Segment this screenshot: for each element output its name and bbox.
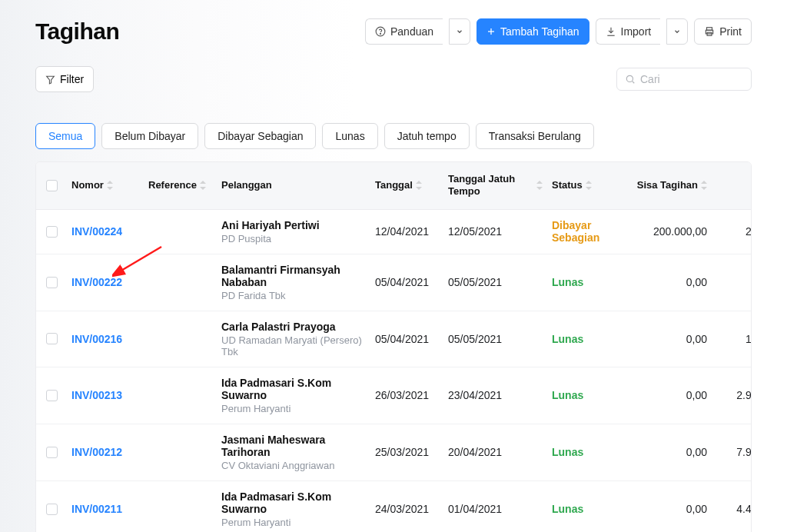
sort-icon: [107, 181, 113, 190]
import-button[interactable]: Import: [596, 18, 661, 45]
chevron-down-icon: [673, 28, 681, 35]
col-pelanggan[interactable]: Pelanggan: [217, 179, 370, 191]
search-input[interactable]: [640, 73, 743, 85]
svg-marker-11: [107, 187, 113, 190]
cell-sisa: 200.000,00: [632, 225, 716, 238]
tambah-tagihan-button[interactable]: Tambah Tagihan: [477, 18, 589, 45]
tambah-label: Tambah Tagihan: [500, 25, 579, 38]
invoice-number-link[interactable]: INV/00211: [71, 503, 122, 515]
col-status-label: Status: [552, 179, 583, 191]
tabs: SemuaBelum DibayarDibayar SebagianLunasJ…: [35, 123, 752, 149]
cell-total: 2.994.000,00: [716, 389, 752, 401]
col-reference[interactable]: Reference: [144, 179, 217, 191]
svg-marker-17: [536, 187, 543, 190]
import-dropdown[interactable]: [666, 18, 688, 45]
print-label: Print: [719, 25, 742, 38]
tab-dibayar-sebagian[interactable]: Dibayar Sebagian: [204, 123, 316, 149]
col-status[interactable]: Status: [547, 179, 632, 191]
header-actions: Panduan Tambah Tagihan Import: [365, 18, 752, 45]
sort-icon: [536, 181, 543, 190]
help-icon: [375, 26, 386, 37]
panduan-button[interactable]: Panduan: [365, 18, 443, 45]
filter-button[interactable]: Filter: [35, 66, 94, 92]
cell-total: 50.000,00: [716, 276, 752, 288]
cell-pelanggan: Carla Palastri PrayogaUD Ramadan Maryati…: [217, 321, 370, 357]
svg-marker-20: [701, 181, 707, 184]
col-sisa-label: Sisa Tagihan: [637, 179, 698, 191]
cell-status: Lunas: [547, 333, 632, 345]
tab-jatuh-tempo[interactable]: Jatuh tempo: [384, 123, 470, 149]
svg-marker-7: [47, 76, 55, 84]
cell-status: Lunas: [547, 276, 632, 288]
tab-transaksi-berulang[interactable]: Transaksi Berulang: [476, 123, 594, 149]
cell-pelanggan: Ida Padmasari S.Kom SuwarnoPerum Haryant…: [217, 490, 370, 528]
cell-pelanggan: Ani Hariyah PertiwiPD Puspita: [217, 219, 370, 244]
col-jatuh-tempo[interactable]: Tanggal Jatuh Tempo: [443, 173, 547, 198]
tab-lunas[interactable]: Lunas: [322, 123, 377, 149]
svg-marker-16: [536, 181, 543, 184]
cell-total: 250.000,00: [716, 225, 752, 238]
panduan-label: Panduan: [390, 25, 433, 38]
panduan-dropdown[interactable]: [449, 18, 470, 45]
invoice-number-link[interactable]: INV/00224: [71, 225, 122, 238]
invoice-number-link[interactable]: INV/00216: [71, 333, 122, 345]
cell-jatuh-tempo: 05/05/2021: [443, 276, 547, 288]
chevron-down-icon: [456, 28, 463, 35]
sort-icon: [200, 181, 206, 190]
invoice-number-link[interactable]: INV/00222: [71, 276, 122, 288]
search-input-wrap[interactable]: [616, 68, 752, 91]
select-all-checkbox[interactable]: [46, 180, 58, 191]
col-total[interactable]: Total: [716, 179, 752, 191]
col-tanggal-label: Tanggal: [375, 179, 413, 191]
import-label: Import: [621, 25, 652, 38]
table-row: INV/00211Ida Padmasari S.Kom SuwarnoPeru…: [36, 481, 751, 533]
cell-jatuh-tempo: 20/04/2021: [443, 446, 547, 458]
cell-status: Lunas: [547, 446, 632, 458]
invoice-number-link[interactable]: INV/00213: [71, 389, 122, 401]
svg-marker-18: [586, 181, 592, 184]
row-checkbox[interactable]: [46, 333, 58, 344]
table-row: INV/00216Carla Palastri PrayogaUD Ramada…: [36, 311, 751, 367]
table-header: Nomor Reference Pelanggan Tanggal Tangga…: [36, 162, 751, 210]
col-nomor[interactable]: Nomor: [67, 179, 144, 191]
svg-point-1: [380, 33, 381, 34]
svg-marker-21: [701, 187, 707, 190]
tab-belum-dibayar[interactable]: Belum Dibayar: [101, 123, 198, 149]
table-row: INV/00213Ida Padmasari S.Kom SuwarnoPeru…: [36, 367, 751, 424]
col-sisa[interactable]: Sisa Tagihan: [632, 179, 716, 191]
filter-label: Filter: [60, 73, 84, 85]
invoice-number-link[interactable]: INV/00212: [71, 446, 122, 458]
plus-icon: [486, 27, 496, 36]
cell-sisa: 0,00: [632, 276, 716, 288]
invoice-table: Nomor Reference Pelanggan Tanggal Tangga…: [35, 161, 752, 532]
cell-pelanggan: Jasmani Maheswara TarihoranCV Oktaviani …: [217, 434, 370, 471]
cell-sisa: 0,00: [632, 503, 716, 515]
table-row: INV/00224Ani Hariyah PertiwiPD Puspita12…: [36, 210, 751, 254]
svg-marker-10: [107, 181, 113, 184]
row-checkbox[interactable]: [46, 447, 58, 458]
col-pelanggan-label: Pelanggan: [221, 179, 272, 191]
table-row: INV/00212Jasmani Maheswara TarihoranCV O…: [36, 424, 751, 481]
svg-marker-19: [586, 187, 592, 190]
cell-jatuh-tempo: 01/04/2021: [443, 503, 547, 515]
cell-sisa: 0,00: [632, 333, 716, 345]
search-icon: [625, 74, 636, 85]
row-checkbox[interactable]: [46, 277, 58, 288]
page-title: Tagihan: [35, 18, 119, 45]
print-button[interactable]: Print: [694, 18, 752, 45]
col-nomor-label: Nomor: [71, 179, 104, 191]
cell-pelanggan: Balamantri Firmansyah NababanPD Farida T…: [217, 264, 370, 301]
sort-icon: [586, 181, 592, 190]
row-checkbox[interactable]: [46, 390, 58, 401]
cell-total: 130.000,00: [716, 333, 752, 345]
row-checkbox[interactable]: [46, 504, 58, 515]
cell-sisa: 0,00: [632, 446, 716, 458]
col-tanggal[interactable]: Tanggal: [370, 179, 443, 191]
table-row: INV/00222Balamantri Firmansyah NababanPD…: [36, 254, 751, 311]
svg-point-8: [626, 75, 633, 81]
tab-semua[interactable]: Semua: [35, 123, 95, 149]
svg-line-9: [633, 81, 635, 84]
cell-status: Lunas: [547, 389, 632, 401]
row-checkbox[interactable]: [46, 226, 58, 238]
cell-total: 7.984.000,00: [716, 446, 752, 458]
